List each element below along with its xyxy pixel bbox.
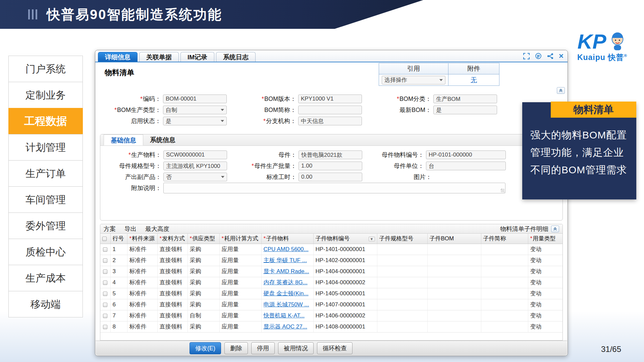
std-hours-input[interactable]: [299, 173, 362, 181]
modify-button[interactable]: 修改(E): [190, 342, 221, 354]
delete-button[interactable]: 删除: [224, 342, 248, 354]
table-row[interactable]: 7标准件直接领料自制应用量快普机箱 K-AT...HP-1406-0000000…: [100, 310, 563, 321]
resize-grip[interactable]: [501, 189, 504, 192]
table-row[interactable]: 6标准件直接领料采购应用量电源 长城750W ...HP-1407-000000…: [100, 299, 563, 310]
column-header-material-source[interactable]: *料件来源: [127, 234, 157, 244]
table-row[interactable]: 3标准件直接领料采购应用量显卡 AMD Rade...HP-1404-00000…: [100, 266, 563, 277]
row-checkbox[interactable]: [103, 269, 107, 274]
sidebar-item-mobile[interactable]: 移动端: [8, 291, 83, 317]
parent-input[interactable]: [299, 150, 362, 159]
bom-version-input[interactable]: [298, 95, 362, 103]
share-icon[interactable]: [547, 53, 553, 59]
sidebar-item-portal[interactable]: 门户系统: [8, 56, 83, 82]
tab-related-docs[interactable]: 关联单据: [139, 52, 179, 62]
enable-status-select[interactable]: 是: [163, 117, 227, 125]
feature-callout: 物料清单 强大的物料BOM配置 管理功能，满足企业 不同的BOM管理需求: [522, 102, 636, 199]
table-row[interactable]: 5标准件直接领料采购应用量硬盘 金士顿(Kin...HP-1405-000000…: [100, 288, 563, 299]
disable-button[interactable]: 停用: [251, 342, 275, 354]
row-checkbox[interactable]: [103, 314, 107, 318]
column-header-consumption-calc[interactable]: *耗用计算方式: [219, 234, 261, 244]
cell-abbr: [481, 288, 528, 299]
sidebar-item-plan-management[interactable]: 计划管理: [8, 134, 83, 161]
column-header-child-spec[interactable]: 子件规格型号: [377, 234, 427, 244]
child-material-link[interactable]: 显卡 AMD Rade...: [264, 268, 309, 275]
row-checkbox[interactable]: [103, 292, 107, 296]
branch-input[interactable]: [298, 117, 362, 125]
row-checkbox[interactable]: [103, 281, 107, 285]
cell-usage: 变动: [528, 277, 563, 288]
usage-info-button[interactable]: 被用情况: [278, 342, 314, 354]
row-checkbox[interactable]: [103, 325, 107, 329]
toolbar-item-plan[interactable]: 方案: [104, 225, 116, 233]
column-header-issue-method[interactable]: *发料方式: [157, 234, 187, 244]
child-material-link[interactable]: 电源 长城750W ...: [264, 301, 309, 308]
column-header-supply-type[interactable]: *供应类型: [187, 234, 219, 244]
loop-check-button[interactable]: 循环检查: [317, 342, 353, 354]
child-material-link[interactable]: 显示器 AOC 27...: [264, 323, 307, 330]
subtab-system-info[interactable]: 系统信息: [143, 134, 182, 145]
row-checkbox[interactable]: [103, 303, 107, 307]
collapse-grid-button[interactable]: [551, 226, 559, 232]
im-icon[interactable]: [535, 53, 542, 59]
attachment-button[interactable]: 附件: [448, 63, 499, 74]
bom-short-input[interactable]: [298, 106, 362, 114]
cell-material: 内存 英睿达 8G...: [261, 277, 313, 288]
column-header-child-material[interactable]: *子件物料: [261, 234, 313, 244]
child-material-link[interactable]: 内存 英睿达 8G...: [264, 279, 308, 286]
subtab-basic-info[interactable]: 基础信息: [104, 134, 143, 145]
code-input[interactable]: [163, 95, 227, 103]
sidebar-item-production-orders[interactable]: 生产订单: [8, 160, 83, 187]
parent-unit-input[interactable]: [426, 162, 506, 170]
sidebar-item-production-cost[interactable]: 生产成本: [8, 265, 83, 291]
tab-system-log[interactable]: 系统日志: [216, 52, 256, 62]
required-asterisk: *: [530, 235, 533, 242]
required-asterisk: *: [264, 235, 266, 242]
child-material-link[interactable]: 主板 华硕 TUF ...: [264, 257, 307, 263]
prod-material-input[interactable]: [163, 150, 227, 159]
child-material-link[interactable]: CPU AMD 5600...: [264, 246, 309, 252]
table-row[interactable]: 1标准件直接领料采购应用量CPU AMD 5600...HP-1401-0000…: [100, 244, 563, 255]
toolbar-item-export[interactable]: 导出: [124, 225, 137, 233]
sidebar-item-workshop-management[interactable]: 车间管理: [8, 186, 83, 213]
child-material-link[interactable]: 快普机箱 K-AT...: [264, 312, 305, 319]
column-header-child-bom[interactable]: 子件BOM: [427, 234, 481, 244]
table-row[interactable]: 8标准件直接领料采购应用量显示器 AOC 27...HP-1408-000000…: [100, 321, 563, 332]
table-row[interactable]: 2标准件直接领料采购应用量主板 华硕 TUF ...HP-1402-000000…: [100, 255, 563, 266]
latest-bom-input[interactable]: [433, 106, 497, 114]
reference-button[interactable]: 引用: [379, 63, 448, 74]
sidebar-item-quality-center[interactable]: 质检中心: [8, 239, 83, 265]
sidebar-item-outsourcing-management[interactable]: 委外管理: [8, 213, 83, 239]
select-all-checkbox[interactable]: [102, 237, 107, 241]
bom-type-select[interactable]: 自制: [163, 106, 227, 114]
parent-code-input[interactable]: [426, 150, 506, 159]
tab-detail-info[interactable]: 详细信息: [98, 52, 138, 62]
column-header-child-material-code[interactable]: 子件物料编号▼: [313, 234, 377, 244]
parent-batch-input[interactable]: [299, 162, 362, 170]
column-header-child-abbr[interactable]: 子件简称: [481, 234, 528, 244]
sidebar-item-custom-business[interactable]: 定制业务: [8, 82, 83, 108]
byproduct-select[interactable]: 否: [163, 173, 227, 181]
bom-class-input[interactable]: [433, 95, 497, 103]
table-row[interactable]: 4标准件直接领料采购应用量内存 英睿达 8G...HP-1404-0000000…: [100, 277, 563, 288]
required-asterisk: *: [397, 96, 399, 102]
column-header-row-no[interactable]: 行号: [110, 234, 127, 244]
close-icon[interactable]: ×: [559, 53, 564, 59]
column-header-usage-type[interactable]: *用量类型: [528, 234, 563, 244]
none-link[interactable]: 无: [471, 76, 477, 84]
row-checkbox[interactable]: [103, 258, 107, 263]
tab-im-records[interactable]: IM记录: [180, 52, 214, 62]
toolbar-item-max-height[interactable]: 最大高度: [145, 225, 169, 233]
sidebar-item-engineering-data[interactable]: 工程数据: [8, 108, 83, 134]
child-material-link[interactable]: 硬盘 金士顿(Kin...: [264, 290, 309, 297]
cell-bom: [427, 255, 481, 266]
filter-dropdown-icon[interactable]: ▼: [369, 237, 375, 241]
grid-toolbar: 方案导出最大高度 物料清单子件明细: [100, 224, 562, 234]
note-textarea[interactable]: [163, 183, 505, 193]
collapse-form-button[interactable]: [557, 87, 565, 94]
parent-spec-input[interactable]: [163, 162, 227, 170]
select-operation-dropdown[interactable]: 选择操作: [382, 76, 445, 84]
row-checkbox[interactable]: [103, 247, 107, 252]
cell-no: 4: [110, 277, 127, 288]
fullscreen-icon[interactable]: [523, 53, 530, 59]
slide-title: 快普易90智能制造系统功能: [47, 5, 222, 24]
